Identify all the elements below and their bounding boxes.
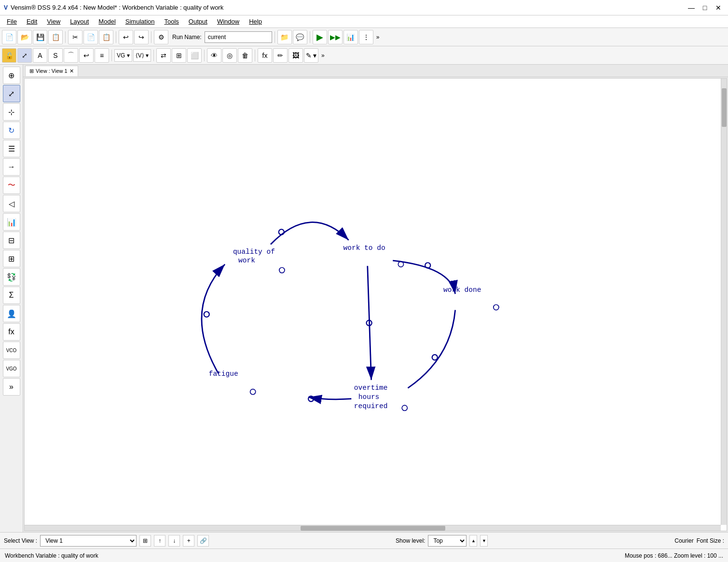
settings-button[interactable]: ⚙ [154,30,168,44]
results-button[interactable]: 📊 [343,30,358,44]
toolbar2-more[interactable]: » [321,52,325,59]
lp-grid2[interactable]: ⊞ [3,250,20,267]
more-button[interactable]: ⋮ [359,30,373,44]
level-up-button[interactable]: ▲ [469,535,477,547]
lp-currency[interactable]: 💱 [3,268,20,286]
maximize-button[interactable]: □ [699,2,711,14]
tab-close-button[interactable]: ✕ [69,68,74,74]
redo-button[interactable]: ↪ [134,30,149,44]
node-quality-of-work[interactable]: quality of [233,248,275,256]
lp-pointer[interactable]: ⤢ [3,85,20,102]
menu-view[interactable]: View [42,17,65,26]
canvas-scrollbar-v[interactable] [721,79,727,525]
lp-more[interactable]: » [3,378,20,396]
pen-button[interactable]: ✎ ▾ [304,48,318,63]
level-down-button[interactable]: ▼ [480,535,488,547]
lp-table[interactable]: ⊟ [3,232,20,249]
vg-dropdown[interactable]: VG ▾ [114,49,132,62]
menu-output[interactable]: Output [184,17,212,26]
new-button[interactable]: 📄 [2,30,16,44]
lp-vco[interactable]: VCO [3,342,20,359]
folder-button[interactable]: 📁 [277,30,292,44]
menu-file[interactable]: File [2,17,22,26]
loop-button[interactable]: ⇄ [156,48,171,63]
image-button[interactable]: 🖼 [288,48,303,63]
tab-view1[interactable]: ⊞ View : View 1 ✕ [25,66,78,76]
publish-button[interactable]: 📋 [48,30,63,44]
edit-button[interactable]: ✏ [273,48,288,63]
menu-layout[interactable]: Layout [65,17,94,26]
view-add-button[interactable]: + [183,535,194,547]
stock-button[interactable]: S [48,48,63,63]
lp-arrow-right[interactable]: → [3,158,20,176]
lp-person[interactable]: 👤 [3,305,20,322]
lp-share[interactable]: ⊹ [3,103,20,121]
show-level-dropdown[interactable]: Top [428,535,467,547]
content-area: ⊞ View : View 1 ✕ [23,65,728,532]
menu-edit[interactable]: Edit [22,17,42,26]
menu-tools[interactable]: Tools [159,17,183,26]
sep7 [153,50,154,61]
paste-button[interactable]: 📋 [99,30,113,44]
toolbar1: 📄 📂 💾 📋 ✂ 📄 📋 ↩ ↪ ⚙ Run Name: 📁 💬 ▶ ▶▶ 📊… [0,28,728,46]
svg-point-5 [432,355,438,360]
menu-window[interactable]: Window [212,17,244,26]
close-button[interactable]: ✕ [713,2,724,14]
node-overtime-hours[interactable]: overtime [354,384,388,392]
open-button[interactable]: 📂 [17,30,32,44]
lock-button[interactable]: 🔒 [2,48,16,63]
svg-point-9 [494,305,499,310]
run-name-input[interactable] [205,31,272,43]
delete-button[interactable]: 🗑 [238,48,252,63]
lp-triangle[interactable]: ◁ [3,195,20,212]
lp-list[interactable]: ☰ [3,140,20,157]
sep5 [310,31,310,43]
flow-button[interactable]: ⌒ [64,48,78,63]
select-view-dropdown[interactable]: View 1 [40,535,137,547]
svg-point-11 [250,389,256,395]
canvas-scrollbar-h[interactable] [25,525,721,531]
formula-button[interactable]: fx [258,48,272,63]
lp-refresh[interactable]: ↻ [3,122,20,139]
status-right: Mouse pos : 686... Zoom level : 100 ... [625,552,723,559]
view-link-button[interactable]: 🔗 [197,535,209,547]
connector-button[interactable]: ≡ [95,48,109,63]
vg2-dropdown[interactable]: ⟨V⟩ ▾ [133,49,151,62]
select-button[interactable]: ⤢ [17,48,32,63]
view-grid-button[interactable]: ⊞ [139,535,151,547]
menu-model[interactable]: Model [94,17,120,26]
text-button[interactable]: A [33,48,47,63]
node-work-done[interactable]: work done [443,286,481,294]
box-button[interactable]: ⬜ [187,48,202,63]
undo-button[interactable]: ↩ [119,30,133,44]
lp-fx[interactable]: fx [3,323,20,341]
lp-barchart[interactable]: 📊 [3,213,20,231]
view-down-button[interactable]: ↓ [168,535,180,547]
node-work-to-do[interactable]: work to do [343,244,385,252]
frame-button[interactable]: ⊞ [172,48,186,63]
bottom-toolbar: Select View : View 1 ⊞ ↑ ↓ + 🔗 Show leve… [0,532,728,548]
run-step-button[interactable]: ▶▶ [328,30,343,44]
toolbar2: 🔒 ⤢ A S ⌒ ↩ ≡ VG ▾ ⟨V⟩ ▾ ⇄ ⊞ ⬜ 👁 ◎ 🗑 fx … [0,46,728,65]
menu-simulation[interactable]: Simulation [121,17,160,26]
title-left: V Vensim® DSS 9.2.4 x64 : New Model* : W… [4,4,223,11]
copy-button[interactable]: 📄 [83,30,98,44]
toolbar1-more[interactable]: » [376,34,380,41]
lp-vgo[interactable]: VGO [3,360,20,377]
cut-button[interactable]: ✂ [68,30,82,44]
lp-chart[interactable]: 〜 [3,177,20,194]
view-up-button[interactable]: ↑ [154,535,165,547]
comment-button[interactable]: 💬 [293,30,307,44]
menu-help[interactable]: Help [244,17,267,26]
ghost-button[interactable]: ◎ [222,48,237,63]
node-fatigue[interactable]: fatigue [209,370,238,378]
minimize-button[interactable]: — [686,2,697,14]
sep8 [204,50,205,61]
lp-network[interactable]: ⊕ [3,67,20,84]
save-button[interactable]: 💾 [33,30,47,44]
eye-button[interactable]: 👁 [207,48,221,63]
lp-sum[interactable]: Σ [3,287,20,304]
sep9 [255,50,255,61]
arrow-button[interactable]: ↩ [79,48,94,63]
run-button[interactable]: ▶ [313,30,327,44]
